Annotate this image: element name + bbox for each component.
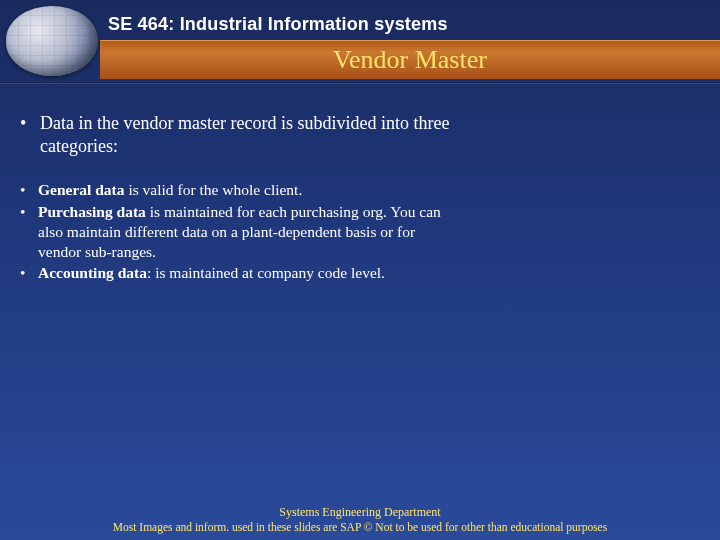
- item-rest: : is maintained at company code level.: [147, 264, 385, 281]
- footer-line1: Systems Engineering Department: [0, 505, 720, 520]
- course-title: SE 464: Industrial Information systems: [108, 14, 448, 35]
- footer-line2: Most Images and inform. used in these sl…: [0, 520, 720, 534]
- slide-content: Data in the vendor master record is subd…: [20, 112, 460, 285]
- slide-title: Vendor Master: [333, 45, 487, 75]
- list-item: General data is valid for the whole clie…: [20, 180, 460, 200]
- divider: [0, 82, 720, 84]
- slide-title-band: Vendor Master: [100, 40, 720, 80]
- item-bold: General data: [38, 181, 125, 198]
- globe-icon: [6, 6, 98, 76]
- slide-footer: Systems Engineering Department Most Imag…: [0, 505, 720, 534]
- item-rest: is valid for the whole client.: [125, 181, 303, 198]
- list-item: Accounting data: is maintained at compan…: [20, 263, 460, 283]
- item-bold: Accounting data: [38, 264, 147, 281]
- item-bold: Purchasing data: [38, 203, 146, 220]
- list-item: Purchasing data is maintained for each p…: [20, 202, 460, 261]
- slide-header: SE 464: Industrial Information systems V…: [0, 0, 720, 80]
- intro-bullet: Data in the vendor master record is subd…: [20, 112, 460, 158]
